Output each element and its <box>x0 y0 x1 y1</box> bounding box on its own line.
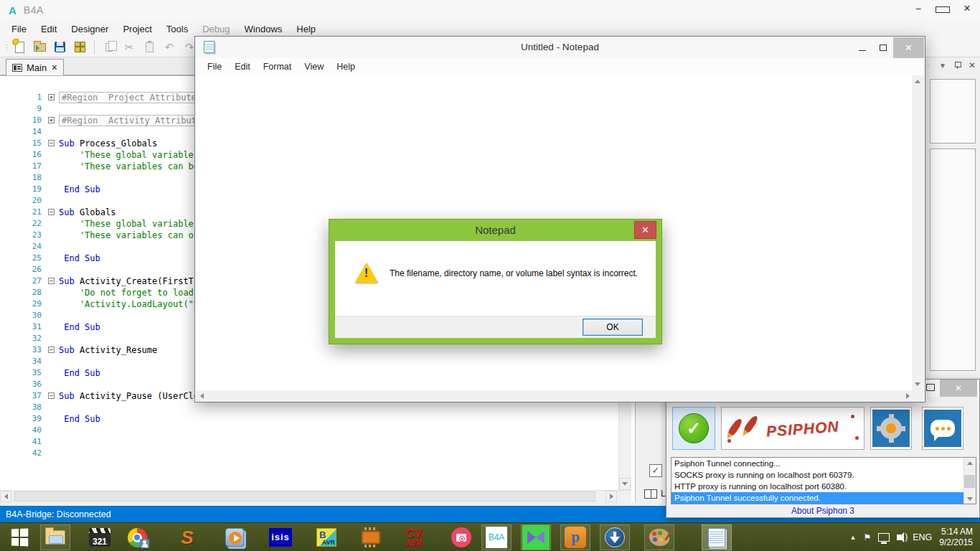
taskbar-media-player-classic[interactable]: 321 <box>85 524 115 550</box>
kmplayer-icon <box>522 525 550 550</box>
code-line[interactable]: 38 <box>0 402 617 413</box>
taskbar-notepad[interactable] <box>702 524 732 550</box>
close-icon[interactable]: ✕ <box>893 37 924 58</box>
scrollbar-thumb[interactable] <box>964 475 975 488</box>
chevron-down-icon[interactable]: ▼ <box>939 62 946 70</box>
paste-icon[interactable] <box>141 39 157 55</box>
taskbar-clock[interactable]: 5:14 AM 9/2/2015 <box>939 527 973 548</box>
fold-column: − <box>47 390 59 402</box>
scroll-left-icon[interactable] <box>196 390 207 401</box>
taskbar-ocam[interactable] <box>446 524 476 550</box>
taskbar-psiphon[interactable]: p <box>560 524 590 550</box>
restore-icon[interactable] <box>936 3 950 14</box>
psiphon-banner[interactable]: PSIPHON <box>721 407 864 450</box>
taskbar-b4a[interactable]: B4A <box>481 524 512 550</box>
taskbar-kmplayer[interactable] <box>521 524 551 550</box>
scroll-down-icon[interactable] <box>619 478 631 490</box>
expand-icon[interactable]: + <box>48 117 55 123</box>
psiphon-log-row[interactable]: Psiphon Tunnel successfully connected. <box>672 492 976 504</box>
code-line[interactable]: 39 End Sub <box>0 413 617 425</box>
psiphon-feedback-button[interactable] <box>922 407 963 450</box>
taskbar-windows-media-player[interactable] <box>220 524 250 550</box>
language-indicator[interactable]: ENG <box>913 532 932 542</box>
ok-button[interactable]: OK <box>583 319 643 336</box>
notepad-menu-help[interactable]: Help <box>330 60 362 74</box>
collapse-icon[interactable]: − <box>48 140 55 146</box>
collapse-icon[interactable]: − <box>48 392 55 399</box>
taskbar-file-explorer[interactable] <box>40 524 70 550</box>
pin-icon[interactable] <box>955 62 960 69</box>
taskbar-bascom-avr[interactable]: BAVR <box>311 524 341 550</box>
notepad-menu-format[interactable]: Format <box>257 60 298 74</box>
menu-project[interactable]: Project <box>116 22 159 37</box>
undo-icon[interactable]: ↶ <box>161 39 177 55</box>
restore-icon[interactable] <box>926 384 935 391</box>
collapse-icon[interactable]: − <box>48 278 55 284</box>
taskbar-proteus-isis[interactable]: isis <box>265 524 296 550</box>
clock-date: 9/2/2015 <box>939 537 973 548</box>
menu-tools[interactable]: Tools <box>159 22 195 37</box>
save-icon[interactable] <box>52 39 67 55</box>
line-number: 27 <box>0 276 47 287</box>
log-vertical-scrollbar[interactable] <box>963 458 976 504</box>
resize-grip[interactable] <box>912 390 924 402</box>
scroll-up-icon[interactable] <box>964 458 976 468</box>
copy-icon[interactable] <box>101 39 117 55</box>
minimize-icon[interactable] <box>852 37 872 58</box>
modules-icon[interactable] <box>72 39 88 55</box>
action-center-flag-icon[interactable]: ⚑ <box>863 532 871 542</box>
taskbar-codevision-avr[interactable]: CVAVR <box>399 524 429 550</box>
code-line[interactable]: 40 <box>0 425 617 436</box>
psiphon-connect-button[interactable]: ✓ <box>672 407 715 450</box>
minimize-icon[interactable]: – <box>911 3 925 14</box>
menu-designer[interactable]: Designer <box>64 22 116 37</box>
cut-icon[interactable]: ✂ <box>121 39 137 55</box>
open-project-icon[interactable] <box>32 39 47 55</box>
psiphon-settings-button[interactable] <box>870 407 912 450</box>
speaker-icon[interactable] <box>897 534 901 540</box>
taskbar-chrome[interactable] <box>122 524 152 550</box>
start-button[interactable] <box>3 524 36 550</box>
notepad-menu-file[interactable]: File <box>201 60 228 74</box>
notepad-menu-view[interactable]: View <box>298 60 330 74</box>
scrollbar-thumb[interactable] <box>14 491 595 501</box>
show-hidden-icons-icon[interactable]: ▲ <box>850 534 857 541</box>
scroll-down-icon[interactable] <box>912 378 923 390</box>
close-icon[interactable]: ✕ <box>960 3 974 14</box>
scroll-right-icon[interactable] <box>606 491 617 502</box>
scroll-up-icon[interactable] <box>912 75 923 88</box>
collapse-icon[interactable]: − <box>48 209 55 215</box>
collapse-icon[interactable]: − <box>48 347 55 353</box>
about-psiphon-link[interactable]: About Psiphon 3 <box>666 506 979 516</box>
menu-windows[interactable]: Windows <box>237 22 290 37</box>
menu-edit[interactable]: Edit <box>34 22 64 37</box>
code-line[interactable]: 41 <box>0 436 617 448</box>
panel-close-icon[interactable]: ✕ <box>969 60 976 70</box>
scroll-down-icon[interactable] <box>964 494 976 504</box>
notepad-vertical-scrollbar[interactable] <box>912 75 924 390</box>
tab-close-icon[interactable]: ✕ <box>51 63 57 72</box>
editor-horizontal-scrollbar[interactable] <box>0 490 631 502</box>
filter-checkbox[interactable]: ✓ <box>649 464 662 477</box>
maximize-icon[interactable] <box>872 37 893 58</box>
psiphon-log-row[interactable]: SOCKS proxy is running on localhost port… <box>672 469 976 481</box>
expand-icon[interactable]: + <box>48 94 55 100</box>
taskbar-paint[interactable] <box>644 524 674 550</box>
notepad-horizontal-scrollbar[interactable] <box>196 390 913 402</box>
taskbar-download-manager[interactable] <box>600 524 630 550</box>
taskbar-avr-chip[interactable] <box>356 524 386 550</box>
menu-help[interactable]: Help <box>289 22 323 37</box>
scroll-left-icon[interactable] <box>0 491 11 502</box>
close-icon[interactable]: ✕ <box>940 380 977 397</box>
psiphon-log-row[interactable]: HTTP proxy is running on localhost port … <box>672 481 976 492</box>
network-icon[interactable] <box>878 533 890 542</box>
notepad-menu-edit[interactable]: Edit <box>228 60 257 74</box>
psiphon-log-list[interactable]: Psiphon Tunnel connecting...SOCKS proxy … <box>671 457 976 504</box>
new-project-icon[interactable] <box>11 39 27 55</box>
menu-file[interactable]: File <box>4 22 34 37</box>
taskbar-s-app[interactable]: S <box>172 524 202 550</box>
code-line[interactable]: 42 <box>0 448 617 459</box>
tab-main[interactable]: Main ✕ <box>6 59 64 75</box>
dialog-close-button[interactable]: ✕ <box>634 221 656 239</box>
psiphon-log-row[interactable]: Psiphon Tunnel connecting... <box>672 458 976 469</box>
